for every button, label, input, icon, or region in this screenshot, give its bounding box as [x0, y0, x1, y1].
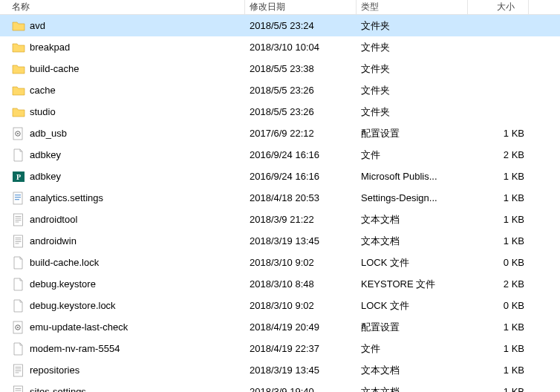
file-name: debug.keystore.lock [30, 300, 116, 311]
file-name: studio [30, 106, 56, 117]
file-type: Settings-Design... [356, 192, 468, 203]
file-name: analytics.settings [30, 192, 103, 203]
file-type: 文件夹 [356, 105, 468, 119]
file-type: 配置设置 [356, 321, 468, 334]
file-row[interactable]: analytics.settings2018/4/18 20:53Setting… [0, 187, 560, 209]
file-name-cell: debug.keystore [0, 278, 245, 291]
file-name: avd [30, 20, 45, 31]
file-name: breakpad [30, 42, 70, 53]
file-name-cell: debug.keystore.lock [0, 299, 245, 313]
svg-rect-17 [16, 241, 22, 242]
file-name: androidwin [30, 235, 76, 246]
text-icon [12, 235, 25, 248]
svg-rect-6 [15, 195, 21, 195]
file-type: LOCK 文件 [356, 299, 468, 313]
file-row[interactable]: adbkey2016/9/24 16:16文件2 KB [0, 144, 560, 166]
file-row[interactable]: cache2018/5/5 23:26文件夹 [0, 79, 560, 101]
file-name: emu-update-last-check [30, 321, 128, 333]
file-name: sites-settings [30, 386, 86, 392]
text-icon [12, 364, 25, 377]
file-row[interactable]: debug.keystore2018/3/10 8:48KEYSTORE 文件2… [0, 273, 560, 295]
svg-rect-16 [16, 239, 22, 240]
file-row[interactable]: Padbkey2016/9/24 16:16Microsoft Publis..… [0, 166, 560, 187]
file-date: 2018/3/10 8:48 [245, 278, 356, 290]
file-type: 文件 [356, 148, 468, 162]
file-row[interactable]: emu-update-last-check2018/4/19 20:49配置设置… [0, 316, 560, 338]
file-name-cell: breakpad [0, 41, 245, 54]
file-name-cell: androidwin [0, 235, 245, 248]
file-row[interactable]: repositories2018/3/19 13:45文本文档1 KB [0, 359, 560, 381]
file-date: 2018/3/9 19:40 [245, 386, 356, 392]
svg-rect-15 [16, 238, 22, 238]
file-row[interactable]: breakpad2018/3/10 10:04文件夹 [0, 36, 560, 58]
file-type: 配置设置 [356, 127, 468, 140]
svg-rect-8 [15, 199, 19, 200]
svg-rect-7 [15, 197, 21, 197]
file-name: debug.keystore [30, 278, 96, 290]
header-name[interactable]: 名称 [0, 0, 245, 15]
svg-rect-25 [16, 370, 22, 371]
file-row[interactable]: androidwin2018/3/19 13:45文本文档1 KB [0, 230, 560, 252]
file-type: LOCK 文件 [356, 256, 468, 270]
header-date[interactable]: 修改日期 [245, 0, 356, 15]
file-row[interactable]: sites-settings2018/3/9 19:40文本文档1 KB [0, 381, 560, 392]
file-date: 2018/5/5 23:24 [245, 20, 356, 31]
file-type: 文件夹 [356, 84, 468, 97]
file-size: 2 KB [468, 278, 529, 290]
file-name-cell: Padbkey [0, 170, 245, 183]
settings-icon [12, 192, 25, 205]
file-name: modem-nv-ram-5554 [30, 343, 120, 354]
folder-icon [12, 62, 25, 76]
svg-rect-27 [14, 386, 23, 393]
file-name-cell: sites-settings [0, 385, 245, 393]
file-row[interactable]: studio2018/5/5 23:26文件夹 [0, 101, 560, 122]
file-date: 2018/5/5 23:38 [245, 63, 356, 74]
file-row[interactable]: avd2018/5/5 23:24文件夹 [0, 15, 560, 36]
file-size: 1 KB [468, 365, 529, 376]
file-name-cell: repositories [0, 364, 245, 377]
file-row[interactable]: build-cache2018/5/5 23:38文件夹 [0, 58, 560, 79]
file-size: 1 KB [468, 235, 529, 246]
file-name: cache [30, 85, 56, 96]
folder-icon [12, 41, 25, 54]
file-name-cell: emu-update-last-check [0, 321, 245, 334]
svg-rect-11 [16, 218, 22, 218]
file-type: 文本文档 [356, 235, 468, 248]
file-name-cell: studio [0, 105, 245, 119]
file-size: 1 KB [468, 192, 529, 203]
file-name-cell: build-cache [0, 62, 245, 76]
svg-point-21 [17, 327, 19, 328]
file-row[interactable]: androidtool2018/3/9 21:22文本文档1 KB [0, 209, 560, 230]
file-date: 2018/3/10 9:02 [245, 257, 356, 268]
config-icon [12, 127, 25, 140]
file-size: 1 KB [468, 386, 529, 392]
file-date: 2018/5/5 23:26 [245, 106, 356, 117]
svg-rect-23 [16, 367, 22, 368]
file-name: build-cache [30, 63, 79, 74]
file-row[interactable]: modem-nv-ram-55542018/4/19 22:37文件1 KB [0, 338, 560, 359]
svg-rect-10 [16, 216, 22, 217]
file-name-cell: analytics.settings [0, 192, 245, 205]
file-name: adbkey [30, 171, 61, 182]
svg-rect-26 [16, 372, 19, 373]
generic-icon [12, 342, 25, 356]
publisher-icon: P [12, 170, 25, 183]
file-row[interactable]: adb_usb2017/6/9 22:12配置设置1 KB [0, 122, 560, 144]
file-size: 1 KB [468, 343, 529, 354]
file-type: KEYSTORE 文件 [356, 278, 468, 291]
file-type: Microsoft Publis... [356, 171, 468, 182]
svg-rect-12 [16, 220, 22, 220]
file-row[interactable]: build-cache.lock2018/3/10 9:02LOCK 文件0 K… [0, 252, 560, 273]
svg-text:P: P [16, 173, 21, 181]
file-date: 2018/4/19 22:37 [245, 343, 356, 354]
file-date: 2018/4/18 20:53 [245, 192, 356, 203]
svg-rect-28 [16, 388, 22, 389]
file-name-cell: avd [0, 19, 245, 33]
folder-icon [12, 105, 25, 119]
header-size[interactable]: 大小 [468, 0, 529, 15]
column-header-row: 名称 修改日期 类型 大小 [0, 0, 560, 15]
svg-rect-5 [13, 192, 22, 204]
header-type[interactable]: 类型 [356, 0, 468, 15]
file-row[interactable]: debug.keystore.lock2018/3/10 9:02LOCK 文件… [0, 295, 560, 316]
file-name: repositories [30, 365, 79, 376]
